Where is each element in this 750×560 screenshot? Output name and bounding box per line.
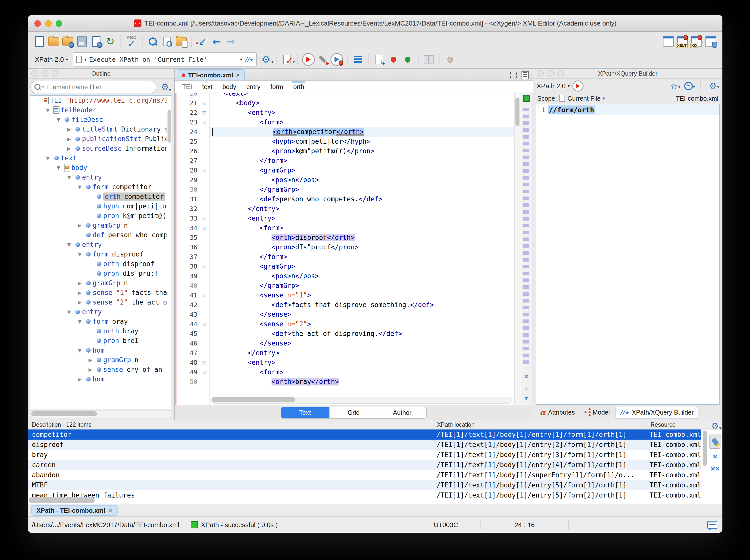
outline-item-pron[interactable]: pronk@m"petit@(r) — [31, 211, 166, 221]
xslt-debugger-icon[interactable]: XSLT — [675, 34, 690, 48]
outline-item-orth[interactable]: orthdisproof — [31, 259, 166, 268]
outline-item-def[interactable]: defperson who compe — [31, 230, 166, 240]
outline-item-fileDesc[interactable]: ▼fileDesc — [31, 115, 166, 124]
view-tab-text[interactable]: Text — [281, 407, 329, 418]
outline-horizontal-scrollbar[interactable] — [30, 410, 172, 418]
xpath-version-dropdown[interactable]: XPath 2.0 ▾ — [35, 56, 68, 63]
expand-icon[interactable]: ▶ — [65, 146, 73, 151]
outline-item-form[interactable]: ▼formdisproof — [31, 249, 166, 259]
edit-in-author-icon[interactable] — [422, 52, 436, 66]
collapse-icon[interactable]: ▼ — [43, 155, 52, 161]
expand-icon[interactable]: ▶ — [75, 299, 84, 305]
execute-xpath-button[interactable] — [572, 80, 584, 92]
outline-item-entry[interactable]: ▼entry — [31, 240, 166, 249]
collapse-icon[interactable]: ▼ — [54, 117, 63, 122]
breadcrumb-item-body[interactable]: body — [222, 83, 236, 91]
history-clock-icon[interactable]: ▾ — [683, 80, 695, 92]
panel-tab-xpath-xquery-builder[interactable]: //★XPath/XQuery Builder — [615, 406, 698, 419]
xpath-settings-gear-icon[interactable]: ⚙▾ — [259, 52, 273, 66]
result-row[interactable]: competitor/TEI[1]/text[1]/body[1]/entry[… — [28, 429, 701, 440]
outline-item-sourceDesc[interactable]: ▶sourceDescInformation — [31, 144, 166, 153]
reload-icon[interactable]: ↻ — [103, 34, 117, 48]
outline-tree[interactable]: TEI"http://www.tei-c.org/ns/1.▼teiHeader… — [31, 96, 166, 409]
outline-item-entry[interactable]: ▼entry — [31, 173, 166, 182]
xpath-expression-combo[interactable]: ▾ Execute XPath on 'Current File' ▾ //★ — [73, 52, 257, 66]
collapse-icon[interactable]: ▼ — [75, 184, 84, 190]
outline-item-sense[interactable]: ▶sense"1"facts that — [31, 288, 166, 297]
outline-item-gramGrp[interactable]: ▶gramGrpn — [31, 221, 166, 230]
results-horizontal-scrollbar[interactable] — [29, 497, 95, 503]
collapse-icon[interactable]: ▼ — [65, 175, 73, 180]
builder-settings-gear-icon[interactable]: ⚙▾ — [707, 80, 719, 92]
outline-item-gramGrp[interactable]: ▶gramGrpn — [31, 278, 166, 288]
breadcrumb-item-form[interactable]: form — [271, 83, 283, 91]
query-text[interactable]: //form/orth — [548, 105, 595, 114]
view-tab-author[interactable]: Author — [378, 407, 426, 418]
previous-tab-icon[interactable]: ⟨ — [509, 71, 512, 79]
clear-highlights-icon[interactable]: × — [521, 372, 532, 380]
review-tool-icon[interactable] — [443, 52, 457, 66]
back-icon[interactable]: ← — [210, 34, 224, 48]
xpath-results-tab[interactable]: XPath - TEI-combo.xml × — [32, 505, 118, 516]
outline-item-orth[interactable]: orthcompetitor — [31, 192, 166, 201]
xpath-location-column-header[interactable]: XPath location — [433, 421, 647, 428]
new-document-icon[interactable] — [33, 34, 46, 48]
expand-icon[interactable]: ▶ — [75, 280, 84, 286]
close-tab-icon[interactable]: × — [236, 71, 240, 79]
result-row[interactable]: disproof/TEI[1]/text[1]/body[1]/entry[2]… — [28, 440, 701, 450]
fold-toggle-icon[interactable]: ▽ — [199, 167, 210, 173]
debug-transformation-icon[interactable] — [330, 52, 344, 66]
outline-item-hom[interactable]: ▶hom — [31, 374, 166, 384]
result-row[interactable]: MTBF/TEI[1]/text[1]/body[1]/entry[5]/for… — [28, 480, 701, 490]
expand-icon[interactable]: ▶ — [75, 223, 84, 228]
expand-icon[interactable]: ▶ — [65, 126, 73, 132]
scrollbar-thumb[interactable] — [212, 397, 295, 402]
outline-item-orth[interactable]: orthbray — [31, 326, 166, 336]
remove-all-results-icon[interactable]: ×× — [711, 464, 719, 473]
panel-tab-attributes[interactable]: αAttributes — [536, 406, 579, 419]
outline-item-sense[interactable]: ▶sense"2"the act of — [31, 297, 166, 307]
outline-item-text[interactable]: ▼text — [31, 153, 166, 163]
breadcrumb-item-TEI[interactable]: TEI — [182, 83, 192, 91]
fold-toggle-icon[interactable]: ▽ — [199, 293, 210, 298]
find-in-files-icon[interactable] — [160, 34, 174, 48]
find-replace-in-files-icon[interactable] — [174, 34, 188, 48]
favorites-star-icon[interactable]: ☆▾ — [668, 80, 680, 92]
fold-toggle-icon[interactable]: ▽ — [199, 369, 210, 375]
result-row[interactable]: bray/TEI[1]/text[1]/body[1]/entry[3]/for… — [28, 450, 701, 460]
database-perspective-icon[interactable] — [704, 34, 718, 48]
editor-layout-icon[interactable] — [661, 34, 675, 48]
outline-item-body[interactable]: ▼body — [31, 163, 166, 173]
editor-horizontal-scrollbar[interactable] — [211, 397, 512, 404]
notifications-icon[interactable] — [707, 521, 717, 529]
open-url-icon[interactable] — [61, 34, 75, 48]
breadcrumb-item-text[interactable]: text — [202, 83, 212, 91]
panel-tab-model[interactable]: Model — [580, 407, 614, 418]
expand-icon[interactable]: ▶ — [86, 367, 95, 372]
expand-icon[interactable]: ▶ — [86, 357, 95, 363]
result-row[interactable]: abandon/TEI[1]/text[1]/body[1]/superEntr… — [28, 470, 701, 480]
xml-refactoring-icon[interactable]: ↳ — [372, 52, 387, 66]
save-icon[interactable] — [75, 34, 89, 48]
overview-ruler[interactable]: × ▲ ▼ — [521, 93, 532, 405]
outline-item-pron[interactable]: pronbreI — [31, 336, 166, 345]
results-vertical-scrollbar[interactable] — [703, 431, 707, 466]
pin-occurrences-green-icon[interactable] — [400, 52, 415, 66]
fold-toggle-icon[interactable]: ▽ — [199, 360, 210, 365]
outline-item-publicationStmt[interactable]: ▶publicationStmtPublica — [31, 134, 166, 144]
apply-transformation-icon[interactable] — [301, 52, 316, 66]
outline-item-form[interactable]: ▼formbray — [31, 317, 166, 326]
collapse-icon[interactable]: ▼ — [54, 165, 63, 171]
editor-tab[interactable]: TEI-combo.xml × — [177, 69, 245, 80]
scrollbar-thumb[interactable] — [31, 411, 97, 416]
configure-transformation-icon[interactable] — [316, 52, 330, 66]
pin-occurrences-red-icon[interactable] — [387, 52, 400, 66]
xpath-query-editor[interactable]: 1 //form/orth — [536, 104, 720, 405]
expand-icon[interactable]: ▶ — [75, 290, 84, 296]
next-tab-icon[interactable]: ⟩ — [515, 71, 518, 79]
outline-item-titleStmt[interactable]: ▶titleStmtDictionary sa — [31, 124, 166, 134]
builder-version-dropdown[interactable]: XPath 2.0 ▾ — [537, 82, 570, 90]
xquery-debugger-icon[interactable]: XQ — [690, 34, 704, 48]
next-occurrence-icon[interactable]: ▼ — [521, 395, 532, 402]
result-row[interactable]: mean time between failures/TEI[1]/text[1… — [28, 490, 701, 500]
